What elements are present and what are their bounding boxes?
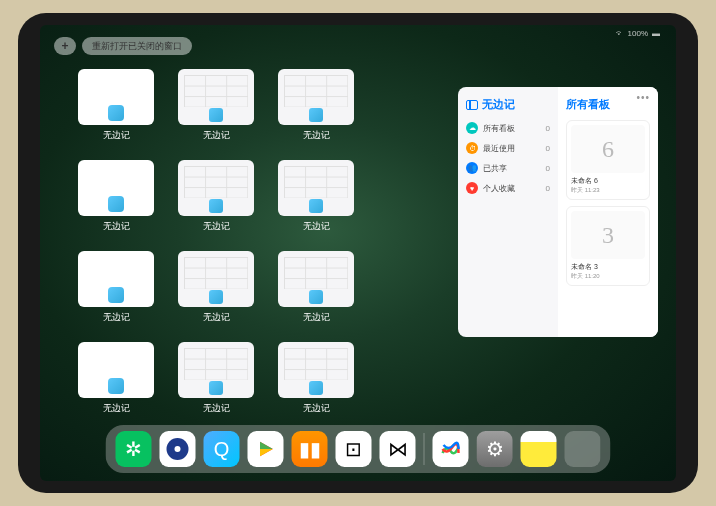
menu-item-count: 0 <box>546 184 550 193</box>
window-thumbnail[interactable]: 无边记 <box>178 251 254 324</box>
panel-content: 所有看板 6未命名 6昨天 11:233未命名 3昨天 11:20 <box>558 87 658 337</box>
reopen-closed-window-button[interactable]: 重新打开已关闭的窗口 <box>82 37 192 55</box>
window-preview[interactable] <box>178 251 254 307</box>
dock-app-books[interactable]: ▮▮ <box>292 431 328 467</box>
window-label: 无边记 <box>203 402 230 415</box>
menu-item-label: 已共享 <box>483 163 507 174</box>
dock-app-dice[interactable]: ⊡ <box>336 431 372 467</box>
window-thumbnail[interactable]: 无边记 <box>278 251 354 324</box>
dock-separator <box>424 433 425 465</box>
window-label: 无边记 <box>303 311 330 324</box>
board-preview: 6 <box>571 125 645 173</box>
menu-item-icon: ☁ <box>466 122 478 134</box>
window-thumbnail[interactable]: 无边记 <box>278 160 354 233</box>
menu-item-count: 0 <box>546 164 550 173</box>
window-preview[interactable] <box>278 251 354 307</box>
board-name: 未命名 6 <box>571 176 645 186</box>
window-thumbnail[interactable]: 无边记 <box>278 69 354 142</box>
dock-app-browser2[interactable]: Q <box>204 431 240 467</box>
battery-label: 100% <box>628 29 648 38</box>
window-preview[interactable] <box>278 69 354 125</box>
top-button-row: + 重新打开已关闭的窗口 <box>54 37 192 55</box>
panel-menu-list: ☁所有看板0⏱最近使用0👥已共享0♥个人收藏0 <box>466 122 550 194</box>
menu-item-label: 最近使用 <box>483 143 515 154</box>
window-thumbnail[interactable]: 无边记 <box>178 69 254 142</box>
window-thumbnail[interactable]: 无边记 <box>78 342 154 415</box>
menu-item-count: 0 <box>546 124 550 133</box>
dock-app-browser1[interactable] <box>160 431 196 467</box>
menu-item-icon: ♥ <box>466 182 478 194</box>
window-thumbnail[interactable]: 无边记 <box>278 342 354 415</box>
window-preview[interactable] <box>178 160 254 216</box>
menu-item-icon: 👥 <box>466 162 478 174</box>
window-label: 无边记 <box>103 402 130 415</box>
window-label: 无边记 <box>103 311 130 324</box>
window-preview[interactable] <box>78 160 154 216</box>
dock-app-play[interactable] <box>248 431 284 467</box>
window-label: 无边记 <box>303 220 330 233</box>
menu-item-label: 个人收藏 <box>483 183 515 194</box>
dock-app-app-library[interactable] <box>565 431 601 467</box>
dock-app-connect[interactable]: ⋈ <box>380 431 416 467</box>
menu-item-label: 所有看板 <box>483 123 515 134</box>
wifi-icon: ᯤ <box>616 29 624 38</box>
board-date: 昨天 11:20 <box>571 272 645 281</box>
window-preview[interactable] <box>278 160 354 216</box>
svg-marker-1 <box>260 442 273 449</box>
dock-app-settings[interactable]: ⚙ <box>477 431 513 467</box>
panel-left-title: 无边记 <box>466 97 550 112</box>
ipad-screen: ᯤ 100% ▬ + 重新打开已关闭的窗口 无边记无边记无边记无边记无边记无边记… <box>40 25 676 481</box>
menu-item[interactable]: ♥个人收藏0 <box>466 182 550 194</box>
svg-marker-2 <box>260 449 273 456</box>
window-label: 无边记 <box>203 311 230 324</box>
board-date: 昨天 11:23 <box>571 186 645 195</box>
window-preview[interactable] <box>78 342 154 398</box>
dock: ✲Q▮▮⊡⋈⚙ <box>106 425 611 473</box>
window-preview[interactable] <box>78 251 154 307</box>
dock-app-wechat[interactable]: ✲ <box>116 431 152 467</box>
menu-item[interactable]: ☁所有看板0 <box>466 122 550 134</box>
window-thumbnail[interactable]: 无边记 <box>78 251 154 324</box>
menu-item[interactable]: 👥已共享0 <box>466 162 550 174</box>
board-card[interactable]: 3未命名 3昨天 11:20 <box>566 206 650 286</box>
panel-sidebar: 无边记 ☁所有看板0⏱最近使用0👥已共享0♥个人收藏0 <box>458 87 558 337</box>
board-card[interactable]: 6未命名 6昨天 11:23 <box>566 120 650 200</box>
menu-item[interactable]: ⏱最近使用0 <box>466 142 550 154</box>
freeform-side-panel: ••• 无边记 ☁所有看板0⏱最近使用0👥已共享0♥个人收藏0 所有看板 6未命… <box>458 87 658 337</box>
board-preview: 3 <box>571 211 645 259</box>
board-list: 6未命名 6昨天 11:233未命名 3昨天 11:20 <box>566 120 650 286</box>
menu-item-icon: ⏱ <box>466 142 478 154</box>
ipad-device-frame: ᯤ 100% ▬ + 重新打开已关闭的窗口 无边记无边记无边记无边记无边记无边记… <box>18 13 698 493</box>
window-label: 无边记 <box>303 402 330 415</box>
status-bar: ᯤ 100% ▬ <box>616 29 660 38</box>
window-label: 无边记 <box>303 129 330 142</box>
sidebar-icon <box>466 100 478 110</box>
window-preview[interactable] <box>78 69 154 125</box>
add-button[interactable]: + <box>54 37 76 55</box>
window-thumbnail[interactable]: 无边记 <box>78 69 154 142</box>
window-preview[interactable] <box>278 342 354 398</box>
window-preview[interactable] <box>178 342 254 398</box>
window-preview[interactable] <box>178 69 254 125</box>
window-thumbnail[interactable]: 无边记 <box>78 160 154 233</box>
app-switcher-grid: 无边记无边记无边记无边记无边记无边记无边记无边记无边记无边记无边记无边记 <box>78 69 454 415</box>
board-name: 未命名 3 <box>571 262 645 272</box>
battery-icon: ▬ <box>652 29 660 38</box>
dock-app-freeform[interactable] <box>433 431 469 467</box>
more-icon[interactable]: ••• <box>636 92 650 103</box>
window-label: 无边记 <box>103 129 130 142</box>
menu-item-count: 0 <box>546 144 550 153</box>
window-thumbnail[interactable]: 无边记 <box>178 160 254 233</box>
window-thumbnail[interactable]: 无边记 <box>178 342 254 415</box>
panel-left-title-text: 无边记 <box>482 97 515 112</box>
window-label: 无边记 <box>203 129 230 142</box>
window-label: 无边记 <box>103 220 130 233</box>
dock-app-notes[interactable] <box>521 431 557 467</box>
window-label: 无边记 <box>203 220 230 233</box>
